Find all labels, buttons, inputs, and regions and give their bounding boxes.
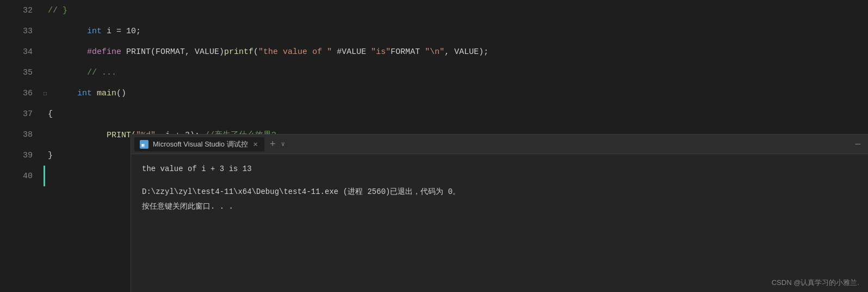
line-number-33: 33	[0, 27, 44, 36]
terminal-tab-bar: ▣ Microsoft Visual Studio 调试控 ✕ + ∨ —	[131, 135, 868, 154]
code-line-34: 34 #define PRINT(FORMAT, VALUE)printf("t…	[0, 41, 868, 62]
line-content-36: int main()	[48, 80, 126, 107]
terminal-output: the value of i + 3 is 13 D:\zzyl\zyl\tes…	[131, 154, 868, 292]
code-line-35: 35 // ...	[0, 62, 868, 83]
svg-text:▣: ▣	[141, 142, 145, 148]
terminal-minimize-button[interactable]: —	[851, 139, 865, 149]
code-line-36: 36 □ int main()	[0, 83, 868, 104]
line-number-32: 32	[0, 6, 44, 15]
terminal-tab-group: ▣ Microsoft Visual Studio 调试控 ✕ + ∨	[134, 137, 285, 151]
line-number-39: 39	[0, 151, 44, 160]
line-content-37: {	[48, 110, 53, 119]
terminal-tab-label: Microsoft Visual Studio 调试控	[153, 139, 248, 149]
terminal-line-2: D:\zzyl\zyl\test4-11\x64\Debug\test4-11.…	[142, 186, 857, 198]
line-number-36: 36	[0, 89, 44, 98]
watermark: CSDN @认真学习的小雅兰.	[772, 278, 859, 288]
terminal-line-3: 按任意键关闭此窗口. . .	[142, 200, 857, 212]
line-content-32: // }	[48, 6, 67, 15]
terminal-tab-controls: —	[851, 139, 865, 149]
terminal-blank-1	[142, 177, 857, 186]
terminal-line-1: the value of i + 3 is 13	[142, 163, 857, 175]
line-number-40: 40	[0, 172, 44, 181]
line-number-35: 35	[0, 68, 44, 77]
current-line-indicator	[44, 166, 45, 186]
terminal-tab-vs[interactable]: ▣ Microsoft Visual Studio 调试控 ✕	[134, 137, 264, 151]
terminal-panel: ▣ Microsoft Visual Studio 调试控 ✕ + ∨ — th…	[131, 134, 868, 292]
line-content-39: }	[48, 151, 53, 160]
code-editor: 32 // } 33 int i = 10; 34 #define PRINT(…	[0, 0, 868, 147]
terminal-tab-close-button[interactable]: ✕	[252, 139, 259, 149]
terminal-add-button[interactable]: +	[266, 139, 279, 150]
line-number-38: 38	[0, 130, 44, 139]
line-number-34: 34	[0, 47, 44, 57]
line-number-37: 37	[0, 110, 44, 119]
collapse-icon-36[interactable]: □	[44, 91, 47, 97]
vs-icon: ▣	[140, 140, 148, 149]
terminal-chevron-button[interactable]: ∨	[281, 140, 285, 148]
